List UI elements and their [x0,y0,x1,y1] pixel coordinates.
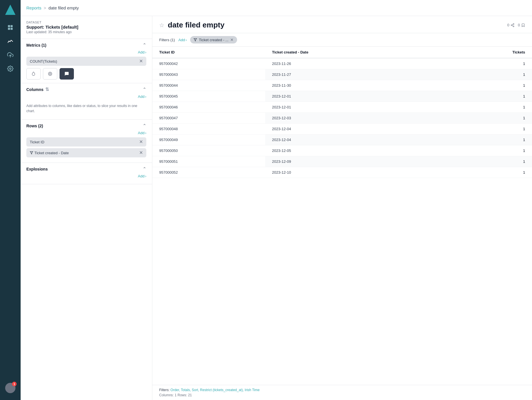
explosions-add-button[interactable]: Add › [138,174,146,178]
col-header-tickets: Tickets [440,47,532,58]
app-logo-icon[interactable] [5,5,15,15]
left-panel: Dataset Support: Tickets [default] Last … [21,16,152,400]
metrics-section: Metrics (1) ⌃ Add › COUNT(Tickets) ✕ [21,39,152,83]
svg-point-5 [9,68,11,70]
columns-title: Columns ⇅ [26,87,49,92]
cell-count: 1 [440,167,532,178]
cell-date: 2023-11-27 [265,69,440,80]
columns-add-button[interactable]: Add › [138,94,146,99]
svg-marker-8 [30,152,33,154]
table-row: 957000048 2023-12-04 1 [152,124,532,134]
dataset-info: Dataset Support: Tickets [default] Last … [21,16,152,39]
explosions-section: Explosions ⌃ Add › [21,163,152,184]
svg-point-7 [49,73,51,74]
sidebar-item-upload[interactable] [5,49,16,61]
svg-rect-1 [11,25,13,27]
cell-count: 1 [440,69,532,80]
cell-ticket-id: 957000048 [152,124,265,134]
footer-filter-restrict[interactable]: Restrict (tickets_created_at), [200,388,244,392]
table-row: 957000050 2023-12-05 1 [152,145,532,156]
data-table: Ticket ID Ticket created - Date Tickets … [152,47,532,178]
rows-section: Rows (2) ⌃ Add › Ticket ID ✕ [21,120,152,163]
table-row: 957000043 2023-11-27 1 [152,69,532,80]
rows-title: Rows (2) [26,124,43,128]
svg-line-13 [512,24,513,25]
cell-count: 1 [440,113,532,124]
dataset-label: Dataset [26,21,146,24]
active-filter-label: Ticket created - ... [199,38,228,42]
svg-rect-3 [11,28,13,30]
table-row: 957000044 2023-11-30 1 [152,80,532,91]
cell-ticket-id: 957000052 [152,167,265,178]
cell-ticket-id: 957000046 [152,102,265,113]
report-header: ☆ date filed empty 0 0 [152,16,532,33]
cell-date: 2023-12-01 [265,102,440,113]
svg-point-6 [48,72,52,76]
viz-droplet-button[interactable] [26,68,41,80]
cell-ticket-id: 957000050 [152,145,265,156]
cell-count: 1 [440,91,532,102]
dataset-updated: Last updated: 35 minutes ago [26,30,146,34]
table-row: 957000042 2023-11-26 1 [152,58,532,69]
table-row: 957000045 2023-12-01 1 [152,91,532,102]
breadcrumb-reports-link[interactable]: Reports [26,5,42,10]
metrics-collapse-button[interactable]: ⌃ [143,42,146,48]
metrics-remove-button[interactable]: ✕ [139,59,143,64]
cell-count: 1 [440,80,532,91]
topbar: Reports > date filed empty [21,0,532,16]
cell-ticket-id: 957000051 [152,156,265,167]
filter-chip-close-button[interactable]: ✕ [230,37,234,42]
footer-filter-totals[interactable]: Totals, [181,388,191,392]
rows-ticket-id: Ticket ID ✕ [26,137,146,146]
table-row: 957000049 2023-12-04 1 [152,134,532,145]
sidebar-item-settings[interactable] [5,63,16,74]
sidebar: 1 [0,0,21,400]
main-container: Reports > date filed empty Dataset Suppo… [21,0,532,400]
rows-ticket-id-remove[interactable]: ✕ [139,140,143,144]
sidebar-item-reports[interactable] [5,35,16,47]
cell-ticket-id: 957000044 [152,80,265,91]
cell-ticket-id: 957000043 [152,69,265,80]
breadcrumb-current: date filed empty [48,5,79,10]
cell-count: 1 [440,134,532,145]
table-row: 957000046 2023-12-01 1 [152,102,532,113]
rows-ticket-date-remove[interactable]: ✕ [139,151,143,155]
footer-filters-label: Filters: [159,388,170,392]
footer-filter-sort[interactable]: Sort, [192,388,199,392]
sidebar-item-dashboard[interactable] [5,22,16,33]
table-row: 957000052 2023-12-10 1 [152,167,532,178]
viz-chat-button[interactable] [60,68,74,80]
svg-rect-0 [8,25,10,27]
svg-point-11 [513,26,514,27]
footer-filter-order[interactable]: Order, [170,388,180,392]
filters-label: Filters (1) [159,38,175,42]
avatar[interactable]: 1 [5,383,15,393]
col-header-ticket-id: Ticket ID [152,47,265,58]
cell-date: 2023-12-09 [265,156,440,167]
filter-add-button[interactable]: Add › [178,38,187,42]
cell-date: 2023-12-01 [265,91,440,102]
metrics-count-tickets: COUNT(Tickets) ✕ [26,57,146,66]
data-table-container: Ticket ID Ticket created - Date Tickets … [152,47,532,385]
footer-filter-irishtime[interactable]: Irish Time [245,388,260,392]
columns-collapse-button[interactable]: ⌃ [143,87,146,92]
columns-hint: Add attributes to columns, like dates or… [26,101,146,116]
rows-add-button[interactable]: Add › [138,131,146,135]
cell-count: 1 [440,124,532,134]
active-filter-chip[interactable]: Ticket created - ... ✕ [190,36,237,43]
cell-count: 1 [440,102,532,113]
columns-section: Columns ⇅ ⌃ Add › Add attributes to colu… [21,83,152,120]
right-panel: ☆ date filed empty 0 0 [152,16,532,400]
viz-radio-button[interactable] [43,68,57,80]
header-actions: 0 0 [507,23,525,27]
explosions-title: Explosions [26,167,48,171]
viz-buttons-row [26,68,146,80]
metrics-title: Metrics (1) [26,43,46,47]
explosions-collapse-button[interactable]: ⌃ [143,166,146,172]
favorite-star-icon[interactable]: ☆ [159,22,164,29]
report-title: date filed empty [168,21,224,29]
svg-marker-14 [194,39,197,41]
rows-collapse-button[interactable]: ⌃ [143,123,146,128]
bookmark-count: 0 [518,23,525,27]
metrics-add-button[interactable]: Add › [138,50,146,54]
